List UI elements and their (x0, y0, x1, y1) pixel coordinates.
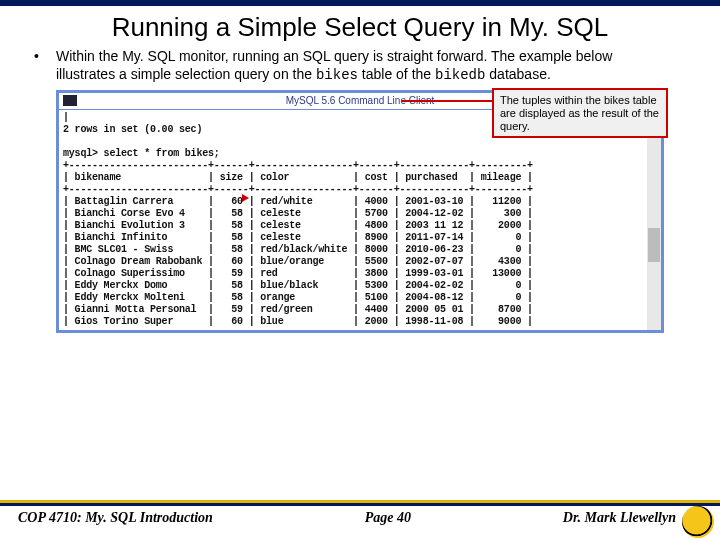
mono-bikes: bikes (316, 67, 358, 83)
slide-title: Running a Simple Select Query in My. SQL (0, 6, 720, 47)
terminal-output: | 2 rows in set (0.00 sec) mysql> select… (63, 112, 657, 328)
footer-course: COP 4710: My. SQL Introduction (18, 510, 213, 526)
footer-author: Dr. Mark Llewellyn (563, 510, 676, 526)
callout-connector (402, 100, 494, 102)
body-paragraph: • Within the My. SQL monitor, running an… (0, 47, 720, 84)
red-arrow-icon (242, 194, 249, 202)
ucf-logo-icon (682, 506, 714, 538)
slide-footer: COP 4710: My. SQL Introduction Page 40 D… (0, 500, 720, 540)
callout-text: The tuples within the bikes table are di… (500, 94, 659, 131)
terminal-body: | 2 rows in set (0.00 sec) mysql> select… (59, 110, 661, 330)
bullet-dot: • (34, 47, 39, 65)
body-text-2: table of the (358, 66, 435, 82)
mono-bikedb: bikedb (435, 67, 485, 83)
callout-box: The tuples within the bikes table are di… (492, 88, 668, 138)
footer-page: Page 40 (365, 510, 411, 526)
body-text-3: database. (485, 66, 550, 82)
screenshot-container: The tuples within the bikes table are di… (56, 90, 664, 333)
scrollbar[interactable] (647, 108, 661, 330)
window-icon (63, 95, 77, 106)
scrollbar-thumb[interactable] (648, 228, 660, 262)
